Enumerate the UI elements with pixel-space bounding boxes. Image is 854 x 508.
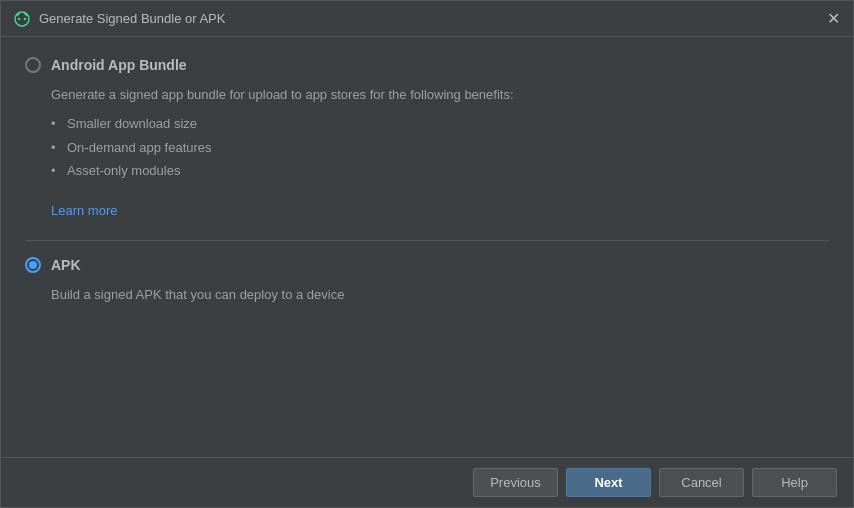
bundle-option-label: Android App Bundle [51, 57, 187, 73]
previous-button[interactable]: Previous [473, 468, 558, 497]
android-studio-icon [13, 10, 31, 28]
section-divider [25, 240, 829, 241]
bullet-item-3: Asset-only modules [51, 161, 829, 181]
close-button[interactable]: ✕ [825, 11, 841, 27]
bundle-radio-button[interactable] [25, 57, 41, 73]
bullet-item-1: Smaller download size [51, 114, 829, 134]
apk-option-header[interactable]: APK [25, 257, 829, 273]
title-bar-left: Generate Signed Bundle or APK [13, 10, 225, 28]
bundle-option-description: Smaller download size On-demand app feat… [51, 114, 829, 220]
dialog-footer: Previous Next Cancel Help [1, 457, 853, 507]
dialog-container: Generate Signed Bundle or APK ✕ Android … [0, 0, 854, 508]
bundle-intro-text: Generate a signed app bundle for upload … [51, 87, 829, 102]
cancel-button[interactable]: Cancel [659, 468, 744, 497]
dialog-content: Android App Bundle Generate a signed app… [1, 37, 853, 457]
svg-point-0 [15, 12, 29, 26]
bundle-bullet-list: Smaller download size On-demand app feat… [51, 114, 829, 181]
learn-more-link[interactable]: Learn more [51, 201, 117, 221]
svg-point-2 [24, 17, 26, 19]
bundle-option-header[interactable]: Android App Bundle [25, 57, 829, 73]
svg-point-6 [24, 12, 26, 14]
help-button[interactable]: Help [752, 468, 837, 497]
bullet-item-2: On-demand app features [51, 138, 829, 158]
svg-point-5 [18, 12, 20, 14]
apk-option-label: APK [51, 257, 81, 273]
title-bar: Generate Signed Bundle or APK ✕ [1, 1, 853, 37]
apk-description: Build a signed APK that you can deploy t… [51, 287, 829, 302]
bundle-option-section: Android App Bundle Generate a signed app… [25, 57, 829, 220]
apk-option-section: APK Build a signed APK that you can depl… [25, 257, 829, 302]
next-button[interactable]: Next [566, 468, 651, 497]
apk-radio-button[interactable] [25, 257, 41, 273]
dialog-title: Generate Signed Bundle or APK [39, 11, 225, 26]
svg-point-1 [18, 17, 20, 19]
